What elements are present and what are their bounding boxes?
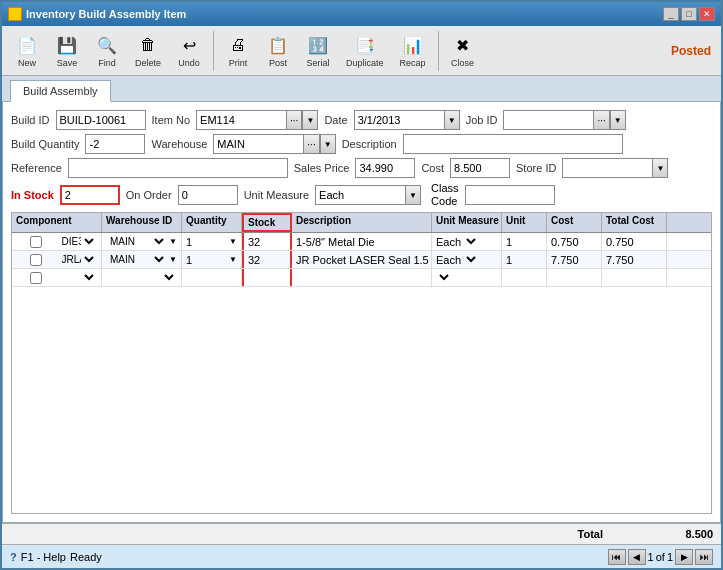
find-label: Find	[98, 58, 116, 68]
total-label: Total	[578, 528, 603, 540]
form-row-4: In Stock On Order Unit Measure ▼ Class C…	[11, 182, 712, 208]
serial-button[interactable]: 🔢 Serial	[299, 30, 337, 71]
find-button[interactable]: 🔍 Find	[88, 30, 126, 71]
undo-label: Undo	[178, 58, 200, 68]
item-no-input[interactable]	[196, 110, 286, 130]
prev-page-button[interactable]: ◀	[628, 549, 646, 565]
navigation-bar: ⏮ ◀ 1 of 1 ▶ ⏭	[608, 549, 713, 565]
row2-warehouse-dropdown[interactable]: ▼	[169, 255, 177, 264]
cell-stock-2: 32	[242, 251, 292, 268]
cell-description-2: JR Pocket LASER Seal 1.5	[292, 251, 432, 268]
table-row: DIE3 MAIN ▼ ▼ 32 1-5/8" Metal Die Each	[12, 233, 711, 251]
cell-quantity-1[interactable]: ▼	[182, 233, 242, 250]
job-id-input[interactable]	[503, 110, 593, 130]
unit-measure-combo: ▼	[315, 185, 421, 205]
store-id-input[interactable]	[562, 158, 652, 178]
cell-unit-measure-1[interactable]: Each	[432, 233, 502, 250]
form-section: Build ID Item No ··· ▼ Date ▼ Job ID ···	[11, 110, 712, 208]
post-icon: 📋	[266, 33, 290, 57]
row1-qty-dropdown[interactable]: ▼	[229, 237, 237, 246]
row3-um-select[interactable]	[436, 271, 452, 284]
post-label: Post	[269, 58, 287, 68]
cell-component-2[interactable]: JRLASER	[12, 251, 102, 268]
job-id-browse-button[interactable]: ···	[593, 110, 609, 130]
row2-checkbox[interactable]	[16, 254, 56, 266]
class-code-input[interactable]	[465, 185, 555, 205]
post-button[interactable]: 📋 Post	[259, 30, 297, 71]
delete-label: Delete	[135, 58, 161, 68]
warehouse-browse-button[interactable]: ···	[303, 134, 319, 154]
row2-qty-dropdown[interactable]: ▼	[229, 255, 237, 264]
cell-warehouse-3[interactable]	[102, 269, 182, 286]
class-label: Class	[431, 182, 459, 195]
row1-quantity-input[interactable]	[186, 236, 227, 248]
cell-cost-2: 7.750	[547, 251, 602, 268]
row3-component-select[interactable]	[58, 271, 98, 284]
build-qty-input[interactable]	[85, 134, 145, 154]
code-label: Code	[431, 195, 459, 208]
row2-warehouse-select[interactable]: MAIN	[106, 253, 167, 266]
cell-unit-2: 1	[502, 251, 547, 268]
in-stock-input[interactable]	[60, 185, 120, 205]
cell-component-3[interactable]	[12, 269, 102, 286]
col-header-description: Description	[292, 213, 432, 232]
duplicate-button[interactable]: 📑 Duplicate	[339, 30, 391, 71]
cell-warehouse-2[interactable]: MAIN ▼	[102, 251, 182, 268]
total-value: 8.500	[643, 528, 713, 540]
tab-build-assembly[interactable]: Build Assembly	[10, 80, 111, 102]
warehouse-input[interactable]	[213, 134, 303, 154]
warehouse-dropdown-button[interactable]: ▼	[320, 134, 336, 154]
form-row-1: Build ID Item No ··· ▼ Date ▼ Job ID ···	[11, 110, 712, 130]
unit-measure-input[interactable]	[315, 185, 405, 205]
unit-measure-dropdown-button[interactable]: ▼	[405, 185, 421, 205]
recap-button[interactable]: 📊 Recap	[393, 30, 433, 71]
next-page-button[interactable]: ▶	[675, 549, 693, 565]
date-label: Date	[324, 114, 347, 126]
row2-component-select[interactable]: JRLASER	[58, 253, 98, 266]
recap-icon: 📊	[401, 33, 425, 57]
row1-warehouse-select[interactable]: MAIN	[106, 235, 167, 248]
col-header-quantity: Quantity	[182, 213, 242, 232]
close-button[interactable]: ✕	[699, 7, 715, 21]
duplicate-icon: 📑	[353, 33, 377, 57]
last-page-button[interactable]: ⏭	[695, 549, 713, 565]
close-toolbar-button[interactable]: ✖ Close	[444, 30, 482, 71]
item-no-dropdown-button[interactable]: ▼	[302, 110, 318, 130]
cell-component-1[interactable]: DIE3	[12, 233, 102, 250]
build-id-input[interactable]	[56, 110, 146, 130]
first-page-button[interactable]: ⏮	[608, 549, 626, 565]
row1-um-select[interactable]	[463, 235, 479, 248]
cell-quantity-2[interactable]: ▼	[182, 251, 242, 268]
row3-checkbox[interactable]	[16, 272, 56, 284]
on-order-input[interactable]	[178, 185, 238, 205]
row2-quantity-input[interactable]	[186, 254, 227, 266]
print-button[interactable]: 🖨 Print	[219, 30, 257, 71]
new-button[interactable]: 📄 New	[8, 30, 46, 71]
total-bar: Total 8.500	[2, 523, 721, 544]
reference-input[interactable]	[68, 158, 288, 178]
cell-cost-3	[547, 269, 602, 286]
row3-warehouse-select[interactable]	[106, 271, 177, 284]
item-no-browse-button[interactable]: ···	[286, 110, 302, 130]
store-id-dropdown-button[interactable]: ▼	[652, 158, 668, 178]
maximize-button[interactable]: □	[681, 7, 697, 21]
description-input[interactable]	[403, 134, 623, 154]
sales-price-input[interactable]	[355, 158, 415, 178]
save-button[interactable]: 💾 Save	[48, 30, 86, 71]
minimize-button[interactable]: _	[663, 7, 679, 21]
cell-unit-measure-3[interactable]	[432, 269, 502, 286]
cost-input[interactable]	[450, 158, 510, 178]
row2-um-select[interactable]	[463, 253, 479, 266]
job-id-dropdown-button[interactable]: ▼	[610, 110, 626, 130]
total-pages: 1	[667, 551, 673, 563]
date-input[interactable]	[354, 110, 444, 130]
row1-component-select[interactable]: DIE3	[58, 235, 98, 248]
date-dropdown-button[interactable]: ▼	[444, 110, 460, 130]
row1-warehouse-dropdown[interactable]: ▼	[169, 237, 177, 246]
cell-warehouse-1[interactable]: MAIN ▼	[102, 233, 182, 250]
undo-button[interactable]: ↩ Undo	[170, 30, 208, 71]
cell-unit-measure-2[interactable]: Each	[432, 251, 502, 268]
delete-button[interactable]: 🗑 Delete	[128, 30, 168, 71]
status-ready: Ready	[70, 551, 102, 563]
row1-checkbox[interactable]	[16, 236, 56, 248]
